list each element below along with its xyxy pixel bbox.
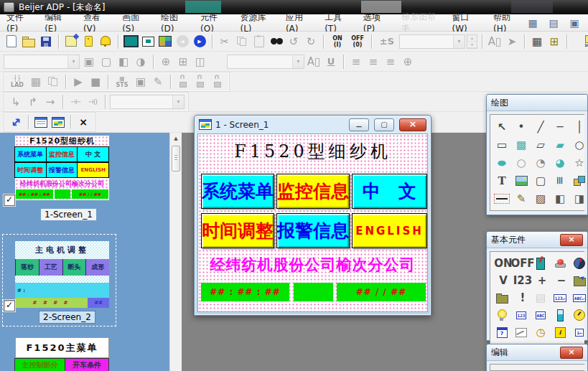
- increment-element[interactable]: +: [531, 272, 553, 289]
- numeric-entry-element[interactable]: 123↵: [551, 289, 569, 306]
- point-tool[interactable]: •: [512, 118, 531, 136]
- text-tool[interactable]: T: [493, 172, 511, 189]
- screen-list-view[interactable]: [33, 114, 49, 130]
- thumb-button[interactable]: 报警信息: [46, 162, 78, 178]
- menu-draw[interactable]: 绘图(D): [154, 14, 194, 31]
- parallelogram-tool[interactable]: ▱: [531, 136, 550, 154]
- filled-ellipse-tool[interactable]: ●: [493, 156, 511, 168]
- input-indicator-element[interactable]: i←: [570, 324, 588, 341]
- date-display-element[interactable]: 7: [493, 324, 511, 341]
- clock-element[interactable]: ◷: [531, 324, 550, 341]
- image-tool[interactable]: [512, 172, 531, 189]
- on-state[interactable]: ON(I): [328, 34, 347, 50]
- polygon-star-tool[interactable]: ☆: [570, 154, 588, 172]
- ellipse-tool[interactable]: ○: [512, 154, 531, 172]
- screen-overview[interactable]: [157, 34, 173, 50]
- scale-tool[interactable]: ≡: [551, 172, 569, 190]
- monitor-info-button[interactable]: 监控信息: [276, 174, 350, 209]
- numeric-element[interactable]: I23: [512, 272, 533, 289]
- meter-element[interactable]: [570, 306, 588, 324]
- thumb-button[interactable]: 监控信息: [46, 146, 78, 162]
- palette-close-icon[interactable]: [560, 347, 583, 359]
- thumb-button[interactable]: 断头: [62, 259, 86, 276]
- ascii-entry-element[interactable]: ABC↵: [570, 289, 588, 306]
- screen-canvas[interactable]: F1520型细纱机 系统菜单监控信息中 文时间调整报警信息ENGLISH 经纬纺…: [197, 133, 428, 312]
- thumb-button[interactable]: 成形: [85, 259, 109, 276]
- menu-edit[interactable]: 编辑(E): [38, 14, 77, 31]
- thumb-button[interactable]: 落纱: [15, 259, 39, 276]
- scroll-thumb[interactable]: [172, 146, 180, 172]
- clipart-tool[interactable]: [570, 172, 588, 189]
- screen2-checkbox[interactable]: [4, 300, 15, 311]
- toggle-switch-element[interactable]: [531, 255, 550, 272]
- status-display[interactable]: [294, 283, 333, 301]
- screen2-thumbnail[interactable]: 主电机调整 落纱工艺断头成形 # : # # # # ##: [15, 241, 109, 308]
- push-button-element[interactable]: [551, 255, 569, 272]
- alarm-element[interactable]: !: [512, 289, 533, 306]
- rotary-switch-element[interactable]: [570, 255, 588, 272]
- close-button[interactable]: [399, 118, 426, 131]
- trend-graph-element[interactable]: [512, 324, 531, 341]
- palette-close-icon[interactable]: [560, 234, 583, 246]
- editor-title-bar[interactable]: 1 - Screen_1: [195, 116, 431, 133]
- english-button[interactable]: ENGLISH: [352, 213, 427, 248]
- vline-tool[interactable]: │: [570, 118, 588, 136]
- thumb-button[interactable]: 主控制部分: [14, 358, 65, 371]
- filled-parallelogram-tool[interactable]: ▰: [551, 136, 569, 154]
- screen-title-text[interactable]: F1520型细纱机: [198, 140, 427, 163]
- rect-tool[interactable]: ▭: [493, 136, 511, 154]
- bar-graph-element[interactable]: [551, 306, 569, 324]
- delete-screen[interactable]: ×: [75, 114, 91, 130]
- dock-toggle[interactable]: ↔: [4, 111, 27, 133]
- frame-tool[interactable]: ▢: [531, 172, 550, 189]
- menu-file[interactable]: 文件(F): [0, 14, 38, 31]
- company-text[interactable]: 经纬纺机股份公司榆次分公司: [198, 255, 427, 275]
- arc-tool[interactable]: ◔: [531, 154, 550, 172]
- open-project[interactable]: [21, 34, 37, 50]
- screen-thumb-view[interactable]: [50, 114, 66, 130]
- chinese-button[interactable]: 中 文: [352, 174, 427, 209]
- recipe-load-element[interactable]: [493, 289, 511, 306]
- decrement-element[interactable]: −: [551, 272, 572, 289]
- scroll-up-icon[interactable]: [170, 133, 182, 144]
- screen1-thumbnail[interactable]: F1520型细纱机 系统菜单监控信息中 文 时间调整报警信息ENGLISH 经纬…: [15, 136, 109, 200]
- minimize-button[interactable]: [349, 118, 369, 131]
- menu-library[interactable]: 资源库(L): [233, 14, 279, 31]
- edit-palette-titlebar[interactable]: 编辑: [487, 344, 587, 361]
- time-display[interactable]: ## : ## : ##: [201, 283, 289, 301]
- ascii-display-element[interactable]: ABC: [531, 306, 550, 324]
- alarm-setup[interactable]: [98, 34, 113, 50]
- screen2-label[interactable]: 2-Screen_2: [39, 311, 95, 323]
- menu-application[interactable]: 应用(A): [279, 14, 318, 31]
- pie-tool[interactable]: ◕: [551, 154, 569, 172]
- tag-table[interactable]: [80, 34, 96, 50]
- thumb-button[interactable]: ENGLISH: [77, 162, 109, 178]
- info-display-element[interactable]: i: [551, 324, 569, 341]
- screen1-checkbox[interactable]: [4, 194, 15, 206]
- thumb-button[interactable]: 系统菜单: [14, 146, 47, 162]
- circle-tool[interactable]: ○: [570, 136, 588, 154]
- off-state[interactable]: OFF(0): [348, 34, 367, 50]
- find[interactable]: [269, 34, 284, 50]
- screen-preview[interactable]: [140, 34, 156, 50]
- menu-options[interactable]: 选项(P): [357, 14, 395, 31]
- style-copy-tool[interactable]: ◧: [551, 189, 569, 207]
- screen-editor-window[interactable]: 1 - Screen_1 F1520型细纱机 系统菜单监控信息中 文时间调整报警…: [194, 115, 431, 316]
- screen-properties[interactable]: [63, 34, 79, 50]
- screen1-label[interactable]: 1-Screen_1: [41, 209, 96, 220]
- value-display-element[interactable]: V: [493, 272, 514, 289]
- thumb-button[interactable]: 开车条件: [65, 358, 109, 371]
- menu-window[interactable]: 窗口(W): [446, 14, 487, 31]
- time-adjust-button[interactable]: 时间调整: [201, 213, 274, 248]
- hline-tool[interactable]: ─: [551, 118, 569, 136]
- next-screen[interactable]: [192, 34, 207, 50]
- panel-scrollbar[interactable]: [169, 133, 182, 371]
- grid-settings[interactable]: ⊞: [546, 34, 562, 50]
- recipe-save-element[interactable]: [570, 272, 588, 289]
- numeric-display-element[interactable]: 123: [512, 306, 531, 324]
- open-screen[interactable]: [123, 34, 139, 50]
- menu-help[interactable]: 帮助(H): [487, 14, 526, 31]
- new-window[interactable]: ▣: [568, 17, 581, 29]
- basic-palette-titlebar[interactable]: 基本元件: [487, 232, 587, 248]
- screen3-thumbnail[interactable]: F1520主菜单 主控制部分开车条件: [15, 337, 109, 371]
